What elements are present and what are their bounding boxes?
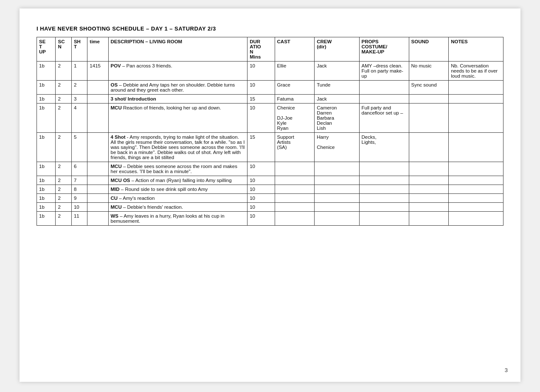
table-cell: 2 [56, 212, 71, 226]
table-cell: 3 shot/ Introduction [108, 95, 248, 104]
table-cell: 8 [71, 185, 87, 194]
header-desc: DESCRIPTION – LIVING ROOM [108, 37, 248, 62]
table-row: 1b27MCU OS – Action of man (Ryan) fallin… [37, 176, 503, 185]
table-cell: Ellie [275, 62, 315, 81]
page: I HAVE NEVER SHOOTING SCHEDULE – DAY 1 –… [20, 8, 520, 382]
table-cell: 2 [56, 133, 71, 162]
table-cell [449, 104, 503, 133]
table-cell: 1b [37, 212, 56, 226]
table-cell [409, 176, 449, 185]
table-cell [275, 162, 315, 176]
header-props: PROPSCOSTUME/MAKE-UP [359, 37, 409, 62]
table-cell: 1b [37, 104, 56, 133]
table-cell [359, 162, 409, 176]
table-cell [315, 194, 359, 203]
table-cell [87, 104, 108, 133]
table-cell: MID – Round side to see drink spill onto… [108, 185, 248, 194]
table-cell [359, 176, 409, 185]
table-cell [87, 162, 108, 176]
table-cell [87, 203, 108, 212]
table-cell: 10 [71, 203, 87, 212]
table-cell [409, 203, 449, 212]
table-cell [87, 95, 108, 104]
table-cell: 1b [37, 203, 56, 212]
header-sc: SCN [56, 37, 71, 62]
table-cell: 2 [56, 95, 71, 104]
table-cell: 11 [71, 212, 87, 226]
table-cell: 1b [37, 185, 56, 194]
table-cell: 10 [248, 212, 275, 226]
table-cell [315, 212, 359, 226]
table-cell: 10 [248, 203, 275, 212]
table-cell: 15 [248, 95, 275, 104]
table-cell: 1b [37, 194, 56, 203]
table-row: 1b28MID – Round side to see drink spill … [37, 185, 503, 194]
table-cell: CU – Amy's reaction [108, 194, 248, 203]
table-cell: 4 [71, 104, 87, 133]
table-cell [409, 104, 449, 133]
table-cell: 1 [71, 62, 87, 81]
table-cell: 1b [37, 176, 56, 185]
table-cell [409, 162, 449, 176]
table-row: 1b254 Shot - Amy responds, trying to mak… [37, 133, 503, 162]
table-cell: 10 [248, 162, 275, 176]
table-cell: MCU – Debbie sees someone across the roo… [108, 162, 248, 176]
table-cell: 10 [248, 104, 275, 133]
header-sh: SHT [71, 37, 87, 62]
table-cell [449, 133, 503, 162]
table-cell: 2 [56, 203, 71, 212]
header-cast: CAST [275, 37, 315, 62]
table-cell [275, 185, 315, 194]
table-row: 1b233 shot/ Introduction15FatumaJack [37, 95, 503, 104]
table-cell: Fatuma [275, 95, 315, 104]
table-cell: 10 [248, 176, 275, 185]
header-setup: SETUP [37, 37, 56, 62]
table-cell [409, 133, 449, 162]
table-cell [449, 176, 503, 185]
table-cell: MCU – Debbie's friends' reaction. [108, 203, 248, 212]
table-cell [449, 185, 503, 194]
table-cell [359, 212, 409, 226]
table-cell: 15 [248, 133, 275, 162]
table-row: 1b29CU – Amy's reaction10 [37, 194, 503, 203]
table-cell: Full party and dancefloor set up – [359, 104, 409, 133]
table-cell [275, 212, 315, 226]
table-cell: CheniceDJ-JoeKyleRyan [275, 104, 315, 133]
table-cell: Sync sound [409, 81, 449, 95]
table-cell: 1b [37, 95, 56, 104]
table-cell: Nb. Conversation needs to be as if over … [449, 62, 503, 81]
table-cell: 10 [248, 185, 275, 194]
table-cell: Jack [315, 62, 359, 81]
table-cell [87, 81, 108, 95]
table-cell: 7 [71, 176, 87, 185]
table-cell: HarryChenice [315, 133, 359, 162]
table-cell: Jack [315, 95, 359, 104]
table-cell: POV – Pan across 3 friends. [108, 62, 248, 81]
table-cell: 2 [56, 162, 71, 176]
table-cell: Decks,Lights, [359, 133, 409, 162]
table-cell: 1b [37, 62, 56, 81]
table-cell [87, 133, 108, 162]
table-cell [87, 212, 108, 226]
table-cell [409, 185, 449, 194]
table-cell [275, 203, 315, 212]
table-cell [409, 194, 449, 203]
table-cell [449, 194, 503, 203]
header-dur: DURATIONMins [248, 37, 275, 62]
table-cell [359, 203, 409, 212]
table-row: 1b24MCU Reaction of friends, looking her… [37, 104, 503, 133]
table-cell: 3 [71, 95, 87, 104]
table-cell: MCU Reaction of friends, looking her up … [108, 104, 248, 133]
table-cell: 2 [56, 194, 71, 203]
table-cell: 2 [56, 185, 71, 194]
table-cell [449, 81, 503, 95]
table-cell: 10 [248, 62, 275, 81]
table-cell [449, 95, 503, 104]
table-row: 1b211415POV – Pan across 3 friends.10Ell… [37, 62, 503, 81]
table-cell: Grace [275, 81, 315, 95]
table-cell [409, 212, 449, 226]
page-number: 3 [505, 367, 508, 373]
table-row: 1b22OS – Debbie and Amy taps her on shou… [37, 81, 503, 95]
table-cell: WS – Amy leaves in a hurry, Ryan looks a… [108, 212, 248, 226]
header-crew: CREW(dir) [315, 37, 359, 62]
